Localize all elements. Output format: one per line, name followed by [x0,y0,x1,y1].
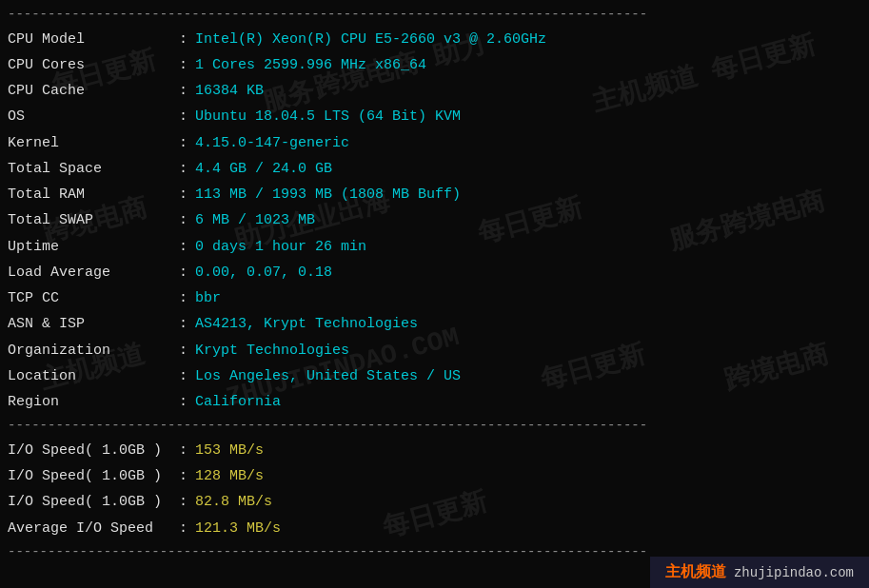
row-label: Location [8,365,179,387]
io-colon: : [179,465,188,487]
row-label: ASN & ISP [8,313,179,335]
divider-bot: ----------------------------------------… [0,541,869,564]
divider-top: ----------------------------------------… [0,4,869,27]
table-row: Location: Los Angeles, United States / U… [0,363,869,389]
row-value: Krypt Technologies [195,340,349,362]
row-colon: : [179,209,188,231]
row-value: Ubuntu 18.04.5 LTS (64 Bit) KVM [195,106,461,127]
row-colon: : [179,262,188,284]
io-row: I/O Speed( 1.0GB ): 82.8 MB/s [0,489,869,515]
table-row: CPU Cache: 16384 KB [0,78,869,104]
row-value: 6 MB / 1023 MB [195,209,315,231]
table-row: Kernel: 4.15.0-147-generic [0,130,869,156]
row-colon: : [179,365,188,387]
row-colon: : [179,29,188,50]
main-content: ----------------------------------------… [0,0,869,568]
row-value: AS4213, Krypt Technologies [195,313,418,335]
row-colon: : [179,54,188,76]
io-row: I/O Speed( 1.0GB ): 153 MB/s [0,438,869,463]
table-row: ASN & ISP: AS4213, Krypt Technologies [0,311,869,337]
row-label: CPU Model [8,29,179,50]
io-colon: : [179,491,188,513]
io-value: 121.3 MB/s [195,518,281,539]
divider-mid: ----------------------------------------… [0,415,869,438]
row-colon: : [179,184,188,206]
row-label: Total RAM [8,184,179,206]
row-value: bbr [195,287,221,309]
row-value: 16384 KB [195,80,264,102]
io-value: 82.8 MB/s [195,491,272,513]
row-label: Total Space [8,158,179,180]
row-colon: : [179,313,188,335]
row-colon: : [179,106,188,127]
row-colon: : [179,287,188,309]
row-value: Intel(R) Xeon(R) CPU E5-2660 v3 @ 2.60GH… [195,29,546,50]
row-value: California [195,391,281,413]
table-row: Load Average: 0.00, 0.07, 0.18 [0,260,869,285]
table-row: OS: Ubuntu 18.04.5 LTS (64 Bit) KVM [0,104,869,129]
row-label: Kernel [8,132,179,154]
row-colon: : [179,340,188,362]
row-value: Los Angeles, United States / US [195,365,461,387]
io-value: 128 MB/s [195,465,264,487]
io-label: I/O Speed( 1.0GB ) [8,465,179,487]
io-row: I/O Speed( 1.0GB ): 128 MB/s [0,463,869,489]
row-label: Region [8,391,179,413]
io-table: I/O Speed( 1.0GB ): 153 MB/sI/O Speed( 1… [0,438,869,541]
table-row: Organization: Krypt Technologies [0,338,869,363]
io-row: Average I/O Speed: 121.3 MB/s [0,516,869,541]
system-info-table: CPU Model: Intel(R) Xeon(R) CPU E5-2660 … [0,27,869,416]
table-row: TCP CC: bbr [0,285,869,311]
row-label: Load Average [8,262,179,284]
row-colon: : [179,132,188,154]
io-label: Average I/O Speed [8,518,179,539]
io-colon: : [179,518,188,539]
row-value: 4.4 GB / 24.0 GB [195,158,332,180]
row-label: CPU Cache [8,80,179,102]
table-row: Total Space: 4.4 GB / 24.0 GB [0,156,869,182]
row-value: 0 days 1 hour 26 min [195,236,366,258]
row-label: Total SWAP [8,209,179,231]
table-row: Total SWAP: 6 MB / 1023 MB [0,207,869,233]
table-row: Region: California [0,389,869,415]
io-label: I/O Speed( 1.0GB ) [8,491,179,513]
row-colon: : [179,391,188,413]
row-label: Organization [8,340,179,362]
io-label: I/O Speed( 1.0GB ) [8,440,179,461]
table-row: Total RAM: 113 MB / 1993 MB (1808 MB Buf… [0,182,869,207]
row-value: 0.00, 0.07, 0.18 [195,262,332,284]
row-colon: : [179,80,188,102]
row-label: CPU Cores [8,54,179,76]
table-row: CPU Cores: 1 Cores 2599.996 MHz x86_64 [0,52,869,78]
row-colon: : [179,158,188,180]
row-value: 4.15.0-147-generic [195,132,349,154]
table-row: CPU Model: Intel(R) Xeon(R) CPU E5-2660 … [0,27,869,52]
row-label: OS [8,106,179,127]
row-label: TCP CC [8,287,179,309]
row-value: 113 MB / 1993 MB (1808 MB Buff) [195,184,461,206]
table-row: Uptime: 0 days 1 hour 26 min [0,234,869,260]
io-value: 153 MB/s [195,440,264,461]
io-colon: : [179,440,188,461]
row-colon: : [179,236,188,258]
row-label: Uptime [8,236,179,258]
row-value: 1 Cores 2599.996 MHz x86_64 [195,54,426,76]
